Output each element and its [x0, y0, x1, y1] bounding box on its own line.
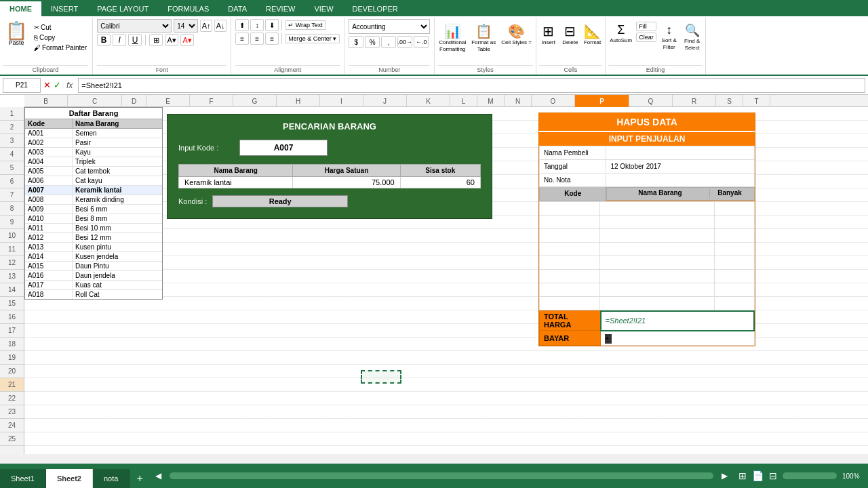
- col-header-j: J: [363, 95, 407, 107]
- tab-data[interactable]: DATA: [218, 1, 256, 16]
- cell-styles-button[interactable]: 🎨 Cell Styles =: [500, 22, 533, 47]
- sheet-tab-sheet1[interactable]: Sheet1: [0, 469, 46, 488]
- daftar-row-4[interactable]: A004 Triplek: [25, 157, 162, 167]
- fill-color-button[interactable]: A▾: [165, 34, 178, 46]
- col-header-p[interactable]: P: [575, 95, 629, 107]
- scroll-right-button[interactable]: ▶: [722, 471, 728, 481]
- tab-home[interactable]: HOME: [0, 1, 41, 16]
- formula-bar: ✕ ✓ fx: [0, 76, 868, 95]
- clipboard-group-label: Clipboard: [3, 65, 88, 75]
- align-middle-button[interactable]: ↕: [250, 19, 264, 31]
- align-left-button[interactable]: ≡: [235, 33, 249, 45]
- font-increase-button[interactable]: A↑: [200, 20, 212, 32]
- format-painter-button[interactable]: 🖌 Format Painter: [33, 43, 88, 52]
- formula-cancel-icon[interactable]: ✕: [43, 80, 51, 90]
- sort-filter-button[interactable]: ↕ Sort &Filter: [659, 22, 679, 52]
- format-button[interactable]: 📐 Format: [583, 22, 602, 47]
- bold-button[interactable]: B: [97, 34, 111, 46]
- no-nota-value[interactable]: [606, 174, 755, 187]
- sheet-tab-nota[interactable]: nota: [93, 469, 130, 488]
- daftar-row-16[interactable]: A016 Daun jendela: [25, 271, 162, 281]
- insert-button[interactable]: ⊞ Insert: [539, 22, 558, 47]
- daftar-row-5[interactable]: A005 Cat tembok: [25, 167, 162, 176]
- align-top-button[interactable]: ⬆: [235, 19, 249, 31]
- find-select-button[interactable]: 🔍 Find &Select: [682, 22, 703, 52]
- align-bottom-button[interactable]: ⬇: [265, 19, 279, 31]
- editing-group-label: Editing: [608, 65, 702, 75]
- merge-center-button[interactable]: Merge & Center ▾: [285, 34, 340, 43]
- format-as-table-button[interactable]: 📋 Format asTable: [470, 22, 497, 54]
- number-format-select[interactable]: Accounting: [349, 19, 430, 34]
- daftar-row-11[interactable]: A011 Besi 10 mm: [25, 224, 162, 233]
- paste-button[interactable]: 📋 Paste: [3, 20, 30, 47]
- daftar-row-10[interactable]: A010 Besi 8 mm: [25, 214, 162, 224]
- accounting-format-button[interactable]: $: [349, 36, 363, 48]
- wrap-text-button[interactable]: ↵ Wrap Text: [285, 20, 326, 30]
- formula-input[interactable]: [78, 78, 865, 93]
- font-family-select[interactable]: Calibri: [97, 19, 172, 33]
- bayar-value[interactable]: +: [601, 331, 755, 346]
- tab-developer[interactable]: DEVELOPER: [343, 1, 408, 16]
- view-layout-button[interactable]: 📄: [752, 470, 764, 481]
- nama-pembeli-value[interactable]: [606, 146, 755, 160]
- comma-button[interactable]: ,: [381, 36, 396, 48]
- daftar-row-9[interactable]: A009 Besi 6 mm: [25, 205, 162, 214]
- styles-group: 📊 ConditionalFormatting 📋 Format asTable…: [435, 18, 536, 75]
- sheet-tab-sheet2[interactable]: Sheet2: [46, 469, 93, 488]
- tab-formulas[interactable]: FORMULAS: [158, 1, 218, 16]
- daftar-row-17[interactable]: A017 Kuas cat: [25, 281, 162, 290]
- add-sheet-button[interactable]: +: [130, 469, 149, 488]
- tanggal-value[interactable]: 12 Oktober 2017: [606, 160, 755, 174]
- selected-cell-indicator[interactable]: [361, 370, 401, 384]
- copy-button[interactable]: ⎘ Copy: [33, 33, 88, 42]
- align-center-button[interactable]: ≡: [250, 33, 264, 45]
- tab-insert[interactable]: INSERT: [41, 1, 87, 16]
- tab-view[interactable]: VIEW: [304, 1, 342, 16]
- total-harga-label: TOTAL HARGA: [540, 311, 601, 331]
- horizontal-scrollbar[interactable]: [170, 472, 713, 479]
- daftar-row-12[interactable]: A012 Besi 12 mm: [25, 233, 162, 243]
- delete-button[interactable]: ⊟ Delete: [561, 22, 580, 47]
- cut-button[interactable]: ✂ Cut: [33, 23, 88, 32]
- kondisi-value: Ready: [269, 197, 292, 205]
- daftar-row-15[interactable]: A015 Daun Pintu: [25, 262, 162, 271]
- daftar-row-3[interactable]: A003 Kayu: [25, 148, 162, 157]
- daftar-row-2[interactable]: A002 Pasir: [25, 138, 162, 148]
- result-stok: 60: [400, 177, 480, 188]
- font-size-select[interactable]: 14: [174, 19, 198, 33]
- zoom-slider[interactable]: [783, 472, 837, 479]
- borders-button[interactable]: ⊞: [149, 34, 163, 46]
- underline-button[interactable]: U: [128, 34, 142, 46]
- align-right-button[interactable]: ≡: [265, 33, 279, 45]
- clear-button[interactable]: Clear: [636, 33, 656, 42]
- increase-decimal-button[interactable]: .00→: [397, 36, 412, 48]
- daftar-row-13[interactable]: A013 Kusen pintu: [25, 243, 162, 252]
- fx-label: fx: [66, 81, 73, 90]
- tab-page-layout[interactable]: PAGE LAYOUT: [87, 1, 158, 16]
- daftar-row-14[interactable]: A014 Kusen jendela: [25, 252, 162, 262]
- daftar-row-8[interactable]: A008 Keramik dinding: [25, 195, 162, 205]
- autosum-button[interactable]: Σ AutoSum: [608, 22, 633, 45]
- col-header-q: Q: [629, 95, 673, 107]
- percent-button[interactable]: %: [365, 36, 380, 48]
- total-harga-formula[interactable]: =Sheet2!I21: [601, 311, 755, 331]
- name-box[interactable]: [3, 78, 41, 93]
- daftar-barang-panel: Daftar Barang Kode Nama Barang A001 Seme…: [24, 107, 163, 300]
- decrease-decimal-button[interactable]: ←.0: [414, 36, 429, 48]
- daftar-row-6[interactable]: A006 Cat kayu: [25, 176, 162, 186]
- conditional-formatting-button[interactable]: 📊 ConditionalFormatting: [437, 22, 467, 54]
- formula-confirm-icon[interactable]: ✓: [54, 80, 61, 90]
- daftar-row-7[interactable]: A007 Keramik lantai: [25, 186, 162, 195]
- daftar-row-18[interactable]: A018 Roll Cat: [25, 290, 162, 299]
- scroll-left-button[interactable]: ◀: [155, 471, 161, 481]
- view-normal-button[interactable]: ⊞: [738, 470, 747, 481]
- view-pagebreak-button[interactable]: ⊟: [769, 470, 777, 481]
- italic-button[interactable]: I: [113, 34, 126, 46]
- font-decrease-button[interactable]: A↓: [214, 20, 226, 32]
- fill-button[interactable]: Fill: [636, 22, 656, 31]
- input-kode-field[interactable]: [239, 140, 328, 156]
- font-color-button[interactable]: A▾: [180, 34, 194, 46]
- tab-review[interactable]: REVIEW: [256, 1, 304, 16]
- col-header-nama: Nama Barang: [179, 165, 293, 177]
- daftar-row-1[interactable]: A001 Semen: [25, 129, 162, 138]
